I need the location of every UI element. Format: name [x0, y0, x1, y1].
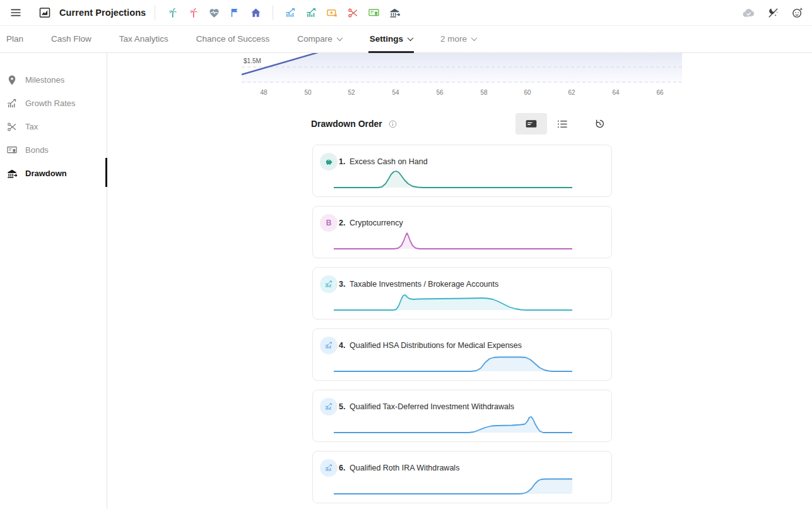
tab-compare[interactable]: Compare: [297, 25, 342, 52]
drawdown-card-tax-deferred[interactable]: 5. Qualified Tax-Deferred Investment Wit…: [312, 390, 612, 442]
sparkline: [334, 352, 572, 374]
card-label: Qualified HSA Distributions for Medical …: [350, 341, 522, 350]
x-tick: 64: [606, 89, 625, 96]
card-label: Cryptocurrency: [350, 219, 403, 227]
x-tick: 58: [474, 89, 493, 96]
drawdown-card-cryptocurrency[interactable]: B 2. Cryptocurrency: [312, 206, 612, 258]
bonds-certificate-icon[interactable]: [365, 4, 382, 21]
y-axis-label: $1.5M: [244, 57, 261, 64]
sidebar-item-tax[interactable]: Tax: [0, 115, 107, 138]
drawdown-card-hsa-distributions[interactable]: 4. Qualified HSA Distributions for Medic…: [312, 328, 612, 381]
divider: [273, 5, 273, 20]
money-off-icon[interactable]: [324, 4, 340, 21]
x-tick: 50: [298, 89, 317, 96]
flag-icon[interactable]: [227, 4, 243, 21]
map-marker-icon: [6, 75, 18, 86]
section-icon-group: [282, 4, 403, 21]
card-rank: 3.: [339, 280, 345, 289]
app-title: Current Projections: [59, 8, 146, 18]
bank-drawdown-icon[interactable]: [386, 4, 403, 21]
app-bar: Current Projections: [0, 0, 812, 26]
right-icon-group: [740, 4, 806, 21]
cloud-check-icon[interactable]: [740, 4, 756, 21]
app-logo-chart-icon: [37, 4, 53, 21]
tax-scissors-icon[interactable]: [344, 4, 361, 21]
menu-icon[interactable]: [8, 4, 24, 21]
x-tick: 62: [562, 89, 581, 96]
drawdown-card-list: 1. Excess Cash on Hand B 2. Cryptocurren…: [312, 145, 612, 503]
heart-pulse-icon[interactable]: [206, 4, 222, 21]
sidebar-item-growth-rates[interactable]: Growth Rates: [0, 92, 107, 115]
sparkline: [334, 229, 572, 252]
theme-toggle-icon[interactable]: [765, 4, 781, 21]
restore-defaults-button[interactable]: [592, 113, 607, 135]
card-rank: 5.: [339, 402, 345, 411]
chevron-down-icon: [408, 35, 414, 41]
main-pane: $1.5M 48 50 52 54 56 58 60 62 64 66 Draw…: [107, 53, 812, 509]
account-face-icon[interactable]: [789, 4, 806, 21]
section-title: Drawdown Order: [311, 119, 382, 129]
palm-tree-teal-icon[interactable]: [164, 4, 180, 21]
card-view-button[interactable]: [515, 113, 547, 135]
x-tick: 48: [254, 89, 273, 96]
home-icon[interactable]: [247, 4, 264, 21]
growth-chart-icon: [6, 98, 18, 109]
drawdown-card-roth-ira[interactable]: 6. Qualified Roth IRA Withdrawals: [312, 451, 612, 503]
x-axis: 48 50 52 54 56 58 60 62 64 66: [242, 89, 682, 97]
card-rank: 4.: [339, 341, 345, 350]
bank-drawdown-icon: [6, 168, 18, 179]
card-label: Qualified Tax-Deferred Investment Withdr…: [350, 402, 514, 411]
plan-icon-group: [164, 4, 264, 21]
sparkline: [334, 413, 572, 436]
card-label: Excess Cash on Hand: [350, 157, 428, 166]
x-tick: 66: [650, 89, 669, 96]
x-tick: 56: [430, 89, 449, 96]
sparkline: [334, 168, 572, 191]
growth-chart-teal-icon[interactable]: [303, 4, 319, 21]
drawdown-header: Drawdown Order: [311, 113, 612, 135]
sidebar-item-drawdown[interactable]: Drawdown: [0, 162, 107, 185]
sidebar-item-bonds[interactable]: Bonds: [0, 138, 107, 162]
tab-more[interactable]: 2 more: [440, 25, 476, 52]
x-tick: 52: [342, 89, 361, 96]
tab-plan[interactable]: Plan: [6, 25, 23, 52]
x-tick: 54: [386, 89, 405, 96]
tab-settings[interactable]: Settings: [370, 25, 413, 52]
projection-chart[interactable]: $1.5M: [242, 53, 682, 83]
info-icon[interactable]: [388, 119, 397, 129]
card-label: Qualified Roth IRA Withdrawals: [350, 464, 459, 472]
card-rank: 6.: [339, 464, 345, 472]
sparkline: [334, 290, 572, 313]
chevron-down-icon: [336, 35, 343, 41]
tax-scissors-icon: [6, 121, 18, 133]
card-rank: 2.: [339, 219, 345, 227]
tab-tax-analytics[interactable]: Tax Analytics: [119, 25, 168, 52]
tab-cash-flow[interactable]: Cash Flow: [51, 25, 91, 52]
bonds-certificate-icon: [6, 145, 18, 156]
palm-tree-red-icon[interactable]: [185, 4, 201, 21]
card-rank: 1.: [339, 157, 345, 166]
list-view-button[interactable]: [555, 113, 570, 135]
sparkline: [334, 474, 572, 497]
drawdown-card-excess-cash[interactable]: 1. Excess Cash on Hand: [312, 145, 612, 197]
settings-sidebar: Milestones Growth Rates Tax Bonds Drawdo…: [0, 53, 107, 509]
x-tick: 60: [518, 89, 537, 96]
chevron-down-icon: [471, 35, 478, 41]
sidebar-item-milestones[interactable]: Milestones: [0, 68, 107, 92]
tab-bar: Plan Cash Flow Tax Analytics Chance of S…: [0, 25, 812, 53]
growth-chart-blue-icon[interactable]: [282, 4, 298, 21]
tab-chance-of-success[interactable]: Chance of Success: [196, 25, 269, 52]
view-toggle-group: [515, 113, 612, 135]
card-label: Taxable Investments / Brokerage Accounts: [350, 280, 498, 289]
drawdown-card-taxable-investments[interactable]: 3. Taxable Investments / Brokerage Accou…: [312, 267, 612, 320]
divider: [155, 5, 155, 20]
